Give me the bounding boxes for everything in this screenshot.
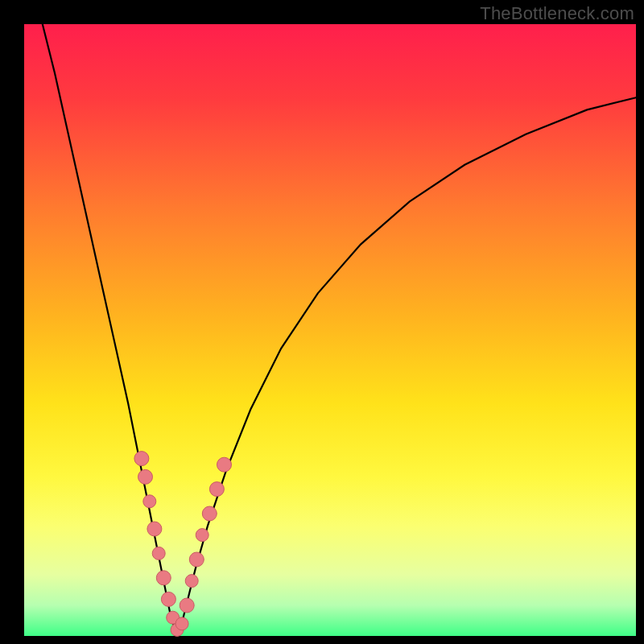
data-point	[189, 552, 204, 567]
data-point	[138, 469, 153, 484]
data-point	[152, 547, 165, 559]
data-point	[134, 452, 149, 466]
plot-background	[24, 24, 636, 636]
bottleneck-curve-chart	[0, 0, 644, 644]
watermark-text: TheBottleneck.com	[480, 3, 634, 24]
data-point	[143, 495, 156, 508]
data-point	[202, 506, 217, 521]
data-point	[209, 482, 224, 497]
data-point	[147, 522, 162, 536]
data-point	[161, 592, 175, 606]
data-point	[156, 571, 171, 585]
data-point	[185, 575, 198, 588]
chart-frame: TheBottleneck.com	[0, 0, 644, 644]
data-point	[196, 529, 208, 542]
data-point	[217, 457, 232, 472]
data-point	[175, 617, 188, 630]
data-point	[180, 598, 194, 613]
